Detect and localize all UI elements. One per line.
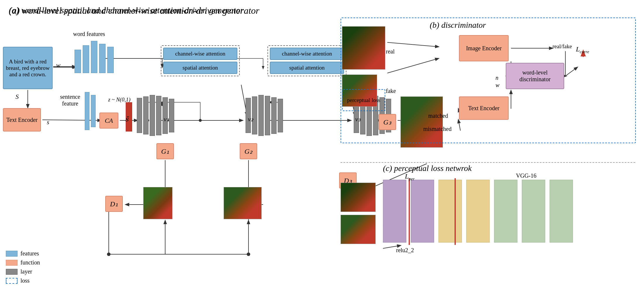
n-label: n bbox=[495, 75, 498, 81]
legend-function-color bbox=[6, 260, 18, 266]
main-container: (a) word-level spatial and channel-wise … bbox=[0, 0, 644, 301]
g2-box: G₂ bbox=[240, 143, 257, 159]
word-bar-2 bbox=[83, 45, 89, 73]
svg-point-26 bbox=[247, 252, 250, 256]
sentence-feature-label: sentence feature bbox=[57, 94, 83, 107]
d1-box: D₁ bbox=[105, 196, 123, 212]
relu-line-1 bbox=[409, 178, 410, 245]
s-label: s bbox=[47, 118, 49, 126]
real-fake-label: real/fake bbox=[553, 43, 572, 50]
vgg-block-6 bbox=[522, 180, 545, 243]
separator-line bbox=[341, 162, 635, 163]
legend-loss-color bbox=[6, 278, 18, 284]
spatial-box-1: spatial attention bbox=[163, 62, 237, 74]
bird-generated-small-2 bbox=[224, 187, 262, 219]
perceptual-section: (c) perceptual loss netwrok relu2_2 VGG-… bbox=[341, 164, 636, 295]
layer-bar-1-2 bbox=[143, 96, 149, 134]
s-bar-1 bbox=[85, 92, 89, 130]
perceptual-title: (c) perceptual loss netwrok bbox=[383, 164, 472, 173]
layer-bar-2-4 bbox=[265, 96, 270, 135]
layer-bar-1-3 bbox=[150, 95, 155, 136]
vgg-block-1 bbox=[383, 180, 406, 243]
svg-point-33 bbox=[199, 119, 202, 122]
bird-perc-1 bbox=[341, 183, 376, 212]
vgg-block-5 bbox=[494, 180, 517, 243]
attention-block-2: channel-wise attention spatial attention bbox=[267, 45, 346, 76]
v1-label: v₁ bbox=[164, 115, 169, 123]
word-bar-4 bbox=[99, 44, 106, 73]
image-encoder-box: Image Encoder bbox=[459, 35, 509, 61]
legend-loss-label: loss bbox=[20, 277, 30, 284]
layer-bar-1-4 bbox=[156, 96, 161, 135]
attention-block-1: channel-wise attention spatial attention bbox=[161, 45, 240, 76]
l-corre-label: Lcorre bbox=[576, 45, 589, 54]
fake-label: fake bbox=[386, 88, 396, 94]
vgg-block-3 bbox=[438, 180, 462, 243]
real-label: real bbox=[386, 48, 395, 55]
legend-layer: layer bbox=[6, 268, 40, 275]
legend-loss: loss bbox=[6, 277, 40, 284]
text-input-box: A bird with a red breast, red eyebrow an… bbox=[3, 47, 53, 89]
word-bar-1 bbox=[75, 50, 81, 73]
l-per-label: Lper bbox=[405, 172, 415, 181]
layer-bar-2-6 bbox=[278, 99, 283, 132]
layer-bar-1-6 bbox=[169, 99, 174, 132]
mismatched-label: mismatched bbox=[423, 126, 452, 132]
vgg-label: VGG-16 bbox=[516, 172, 536, 179]
svg-point-25 bbox=[107, 252, 111, 256]
channel-wise-box-1: channel-wise attention bbox=[163, 48, 237, 60]
bird-perc-2 bbox=[341, 215, 376, 244]
bird-generated-small-1 bbox=[143, 187, 172, 219]
w-label: w bbox=[56, 61, 61, 69]
word-bar-5 bbox=[107, 47, 114, 73]
vgg-block-2 bbox=[411, 180, 434, 243]
spatial-box-2: spatial attention bbox=[270, 62, 344, 74]
legend-function-label: function bbox=[20, 259, 40, 266]
legend-features-color bbox=[6, 251, 18, 257]
ca-box: CA bbox=[99, 113, 118, 129]
s-bar-2 bbox=[91, 95, 96, 127]
matched-label: matched bbox=[428, 113, 448, 119]
legend-features: features bbox=[6, 250, 40, 257]
text-encoder-box: Text Encoder bbox=[3, 108, 41, 132]
text-encoder-disc-box: Text Encoder bbox=[459, 96, 509, 120]
z-label: z ~ N(0,1) bbox=[108, 96, 130, 103]
relu-label: relu2_2 bbox=[396, 247, 414, 254]
discriminator-title: (b) discriminator bbox=[430, 20, 486, 30]
s-tilde-label: s̃ bbox=[125, 115, 128, 123]
legend-features-label: features bbox=[20, 250, 39, 257]
word-feature-bars bbox=[75, 38, 114, 73]
g1-box: G₁ bbox=[156, 143, 174, 159]
main-title: (a) word-level spatial and channel-wise … bbox=[9, 5, 244, 15]
relu-line-2 bbox=[455, 178, 456, 245]
channel-wise-box-2: channel-wise attention bbox=[270, 48, 344, 60]
v2-label: v₂ bbox=[248, 115, 253, 123]
vgg-block-7 bbox=[550, 180, 573, 243]
bird-real-disc bbox=[342, 26, 385, 70]
word-bar-3 bbox=[91, 41, 97, 73]
layer-bar-2-5 bbox=[271, 97, 277, 134]
word-features-label: word features bbox=[73, 31, 105, 37]
vgg-block-4 bbox=[466, 180, 490, 243]
layer-bar-1-1 bbox=[137, 98, 142, 133]
word-discrim-box: word-level discriminator bbox=[506, 63, 564, 89]
legend-function: function bbox=[6, 259, 40, 266]
s-arrow-label: S bbox=[15, 93, 19, 101]
layer-bar-2-3 bbox=[258, 95, 264, 136]
legend-layer-label: layer bbox=[20, 268, 32, 275]
legend-layer-color bbox=[6, 269, 18, 275]
sentence-feature-bars bbox=[85, 91, 96, 132]
w-label-disc: w bbox=[495, 82, 499, 89]
legend: features function layer loss bbox=[6, 250, 40, 286]
perceptual-loss-box: perceptual loss bbox=[342, 89, 385, 111]
